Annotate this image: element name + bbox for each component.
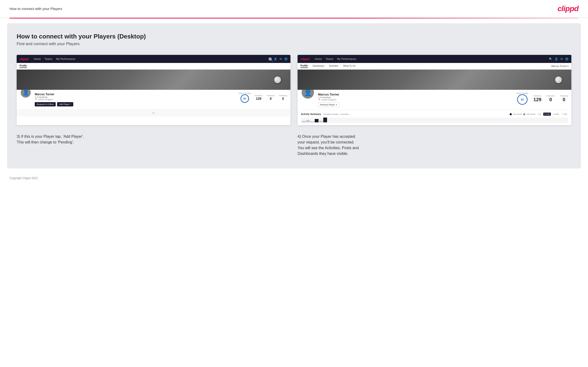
activity-header: Activity Summary Monthly Activity - 6 Mo… [301,113,568,116]
left-stats-row: Player Quality 92 Activities 129 Followe… [239,92,287,103]
right-stats-row: Player Quality 92 Activities 129 Followe… [516,92,568,105]
right-description-text: 4) Once your Player has acceptedyour req… [298,134,359,156]
request-follow-button[interactable]: Request to Follow [35,102,56,106]
left-nav-home[interactable]: Home [34,58,41,60]
quality-circle-right: 92 [517,94,527,105]
location-icon: 📍 [35,99,37,101]
left-description-text: 3) If this is your Player tap, 'Add Play… [17,134,84,144]
chart-bar-6 [323,117,327,122]
left-nav-icons: 🔍 👤 ⚙ 🌐 [268,58,288,61]
right-activity-summary: Activity Summary Monthly Activity - 6 Mo… [298,110,571,125]
left-player-name: Marcus Turner [35,93,235,96]
tab-whattoon-right[interactable]: What To On [343,65,356,68]
activity-title: Activity Summary [301,113,321,116]
page-heading: How to connect with your Players (Deskto… [17,33,571,40]
globe-icon[interactable]: 🌐 [284,58,288,61]
left-following-stat: Following 0 [279,94,287,100]
footer: Copyright Clippd 2022 [0,173,588,183]
period-3mths[interactable]: 3 mths [552,113,560,116]
offcourse-legend-dot [523,113,525,115]
left-app-tabs: Profile [17,63,290,70]
accent-divider [9,18,579,18]
top-bar: How to connect with your Players clippd [0,0,588,18]
copyright-text: Copyright Clippd 2022 [9,176,38,180]
activity-controls: On course Off course 1 yr 6 mths 3 mths … [510,113,568,116]
golf-ball-right [555,76,562,83]
right-app-tabs: Profile Dashboard Activities What To On … [298,63,571,70]
left-profile-buttons: Request to Follow Add Player + [35,102,235,106]
right-following-stat: Following 0 [560,95,568,102]
oncourse-legend-label: On course [513,113,522,115]
left-banner-img [17,70,290,90]
period-1yr[interactable]: 1 yr [537,113,542,116]
right-profile-buttons: Remove Player ✕ [318,102,513,107]
oncourse-legend-dot [510,113,512,115]
clippd-logo: clippd [558,4,579,13]
left-hero-banner [17,70,290,90]
right-activities-stat: Activities 129 [534,95,541,102]
add-player-button[interactable]: Add Player + [57,102,73,106]
search-icon[interactable]: 🔍 [268,58,271,60]
left-nav-teams[interactable]: Teams [45,58,52,60]
period-6mths[interactable]: 6 mths [543,113,551,116]
left-nav-logo: clippd [19,57,28,61]
left-quality-stat: Player Quality 92 [239,92,251,103]
left-followers-stat: Followers 0 [267,94,275,100]
main-content: How to connect with your Players (Deskto… [7,23,581,168]
period-1mth[interactable]: 1 mth [561,113,568,116]
left-description: 3) If this is your Player tap, 'Add Play… [17,134,290,157]
remove-player-button[interactable]: Remove Player ✕ [318,102,339,107]
tab-activities-right[interactable]: Activities [329,65,338,68]
chart-bar-4 [315,119,319,122]
right-search-icon[interactable]: 🔍 [549,58,552,61]
right-profile-info: Marcus Turner 1-5 Handicap 📍 United King… [318,92,513,107]
left-app-nav: clippd Home Teams My Performance 🔍 👤 ⚙ 🌐 [17,55,290,63]
avatar-person-icon: 👤 [23,90,29,96]
activity-chart [301,117,568,123]
right-screenshot-card: clippd Home Teams My Performance 🔍 👤 ⚙ 🌐… [298,55,571,125]
page-subheading: Find and connect with your Players [17,42,571,46]
quality-circle-left: 92 [241,94,249,103]
chart-bar-2 [306,120,310,122]
tab-profile-left[interactable]: Profile [19,64,27,68]
descriptions-row: 3) If this is your Player tap, 'Add Play… [17,134,571,157]
left-activities-stat: Activities 129 [255,94,262,100]
right-settings-icon[interactable]: ⚙ [560,58,563,61]
right-app-nav: clippd Home Teams My Performance 🔍 👤 ⚙ 🌐 [298,55,571,63]
chart-bar-3 [311,121,314,122]
tab-profile-right[interactable]: Profile [300,64,308,68]
chart-bar-5 [319,121,323,122]
right-description: 4) Once your Player has acceptedyour req… [298,134,571,157]
left-player-country: 📍 United Kingdom [35,98,235,101]
left-profile-info: Marcus Turner 1-5 Handicap 📍 United King… [35,92,235,106]
tab-dashboard-right[interactable]: Dashboard [312,65,324,68]
profile-icon[interactable]: 👤 [274,58,277,61]
right-quality-stat: Player Quality 92 [516,92,528,105]
right-location-icon: 📍 [318,99,320,101]
right-nav-logo: clippd [300,57,310,61]
right-nav-myperformance[interactable]: My Performance [337,58,356,60]
golf-ball-left [274,76,281,83]
left-player-handicap: 1-5 Handicap [35,96,235,98]
left-edit-area: ✏ [17,109,290,117]
offcourse-legend-label: Off course [527,113,536,115]
right-player-name: Marcus Turner [318,93,513,96]
right-player-country: 📍 United Kingdom [318,99,513,101]
left-screenshot-card: clippd Home Teams My Performance 🔍 👤 ⚙ 🌐… [17,55,290,125]
screenshots-row: clippd Home Teams My Performance 🔍 👤 ⚙ 🌐… [17,55,571,125]
right-nav-teams[interactable]: Teams [326,58,333,60]
activity-period: Monthly Activity - 6 Months [323,113,349,116]
right-banner-img [298,70,571,90]
right-profile-section: 👤 Marcus Turner 1-5 Handicap 📍 United Ki… [298,90,571,110]
right-globe-icon[interactable]: 🌐 [565,58,569,61]
left-nav-myperformance[interactable]: My Performance [56,58,75,60]
right-followers-stat: Followers 0 [547,95,555,102]
right-nav-icons: 🔍 👤 ⚙ 🌐 [549,58,569,61]
settings-icon[interactable]: ⚙ [279,58,282,61]
page-breadcrumb: How to connect with your Players [9,7,62,11]
right-nav-home[interactable]: Home [315,58,322,60]
tab-user-dropdown[interactable]: Marcus Turner ▾ [551,65,569,67]
right-profile-icon[interactable]: 👤 [555,58,558,61]
right-hero-banner [298,70,571,90]
right-player-handicap: 1-5 Handicap [318,96,513,99]
